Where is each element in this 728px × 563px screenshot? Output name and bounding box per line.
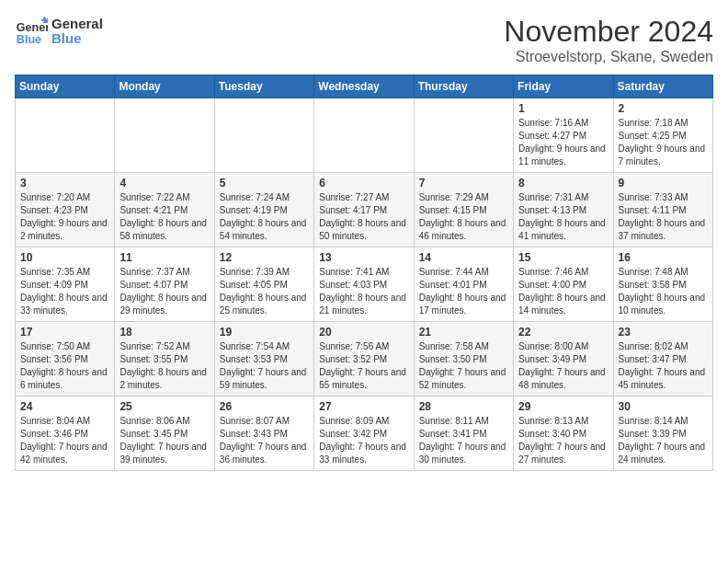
calendar-cell: 12Sunrise: 7:39 AM Sunset: 4:05 PM Dayli… [214,247,313,322]
day-info: Sunrise: 7:44 AM Sunset: 4:01 PM Dayligh… [419,266,508,317]
calendar-cell: 24Sunrise: 8:04 AM Sunset: 3:46 PM Dayli… [16,396,115,471]
calendar-cell: 14Sunrise: 7:44 AM Sunset: 4:01 PM Dayli… [414,247,513,322]
calendar-cell [414,98,513,173]
calendar-cell: 7Sunrise: 7:29 AM Sunset: 4:15 PM Daylig… [414,173,513,247]
day-number: 19 [220,326,309,339]
day-number: 21 [419,326,508,339]
day-header-sunday: Sunday [16,75,115,98]
day-header-saturday: Saturday [613,75,712,98]
day-info: Sunrise: 7:18 AM Sunset: 4:25 PM Dayligh… [619,117,708,168]
logo-icon: General Blue [15,15,48,48]
calendar-cell: 17Sunrise: 7:50 AM Sunset: 3:56 PM Dayli… [16,322,115,396]
day-number: 11 [119,251,209,264]
calendar-table: SundayMondayTuesdayWednesdayThursdayFrid… [15,75,713,471]
calendar-cell: 8Sunrise: 7:31 AM Sunset: 4:13 PM Daylig… [514,173,613,247]
calendar-cell: 18Sunrise: 7:52 AM Sunset: 3:55 PM Dayli… [115,322,214,396]
location: Stroevelstorp, Skane, Sweden [504,49,713,65]
calendar-cell: 5Sunrise: 7:24 AM Sunset: 4:19 PM Daylig… [214,173,313,247]
calendar-week-1: 1Sunrise: 7:16 AM Sunset: 4:27 PM Daylig… [16,98,713,173]
day-number: 5 [220,177,309,190]
calendar-cell: 1Sunrise: 7:16 AM Sunset: 4:27 PM Daylig… [514,98,613,173]
calendar-cell: 28Sunrise: 8:11 AM Sunset: 3:41 PM Dayli… [414,396,513,471]
day-info: Sunrise: 8:14 AM Sunset: 3:39 PM Dayligh… [619,415,708,466]
calendar-cell: 6Sunrise: 7:27 AM Sunset: 4:17 PM Daylig… [314,173,414,247]
calendar-cell: 11Sunrise: 7:37 AM Sunset: 4:07 PM Dayli… [115,247,214,322]
day-number: 26 [220,400,309,413]
day-info: Sunrise: 7:41 AM Sunset: 4:03 PM Dayligh… [319,266,408,317]
calendar-week-3: 10Sunrise: 7:35 AM Sunset: 4:09 PM Dayli… [16,247,713,322]
day-info: Sunrise: 8:04 AM Sunset: 3:46 PM Dayligh… [20,415,109,466]
calendar-cell [16,98,115,173]
logo: General Blue General Blue [15,15,103,48]
day-info: Sunrise: 7:16 AM Sunset: 4:27 PM Dayligh… [518,117,608,168]
svg-text:Blue: Blue [17,33,41,46]
day-info: Sunrise: 8:07 AM Sunset: 3:43 PM Dayligh… [220,415,309,466]
day-info: Sunrise: 7:46 AM Sunset: 4:00 PM Dayligh… [518,266,608,317]
page-header: General Blue General Blue November 2024 … [15,15,713,65]
calendar-cell: 21Sunrise: 7:58 AM Sunset: 3:50 PM Dayli… [414,322,513,396]
calendar-cell [314,98,414,173]
day-number: 14 [419,251,508,264]
day-info: Sunrise: 7:56 AM Sunset: 3:52 PM Dayligh… [319,340,408,392]
calendar-cell: 2Sunrise: 7:18 AM Sunset: 4:25 PM Daylig… [613,98,712,173]
day-number: 12 [220,251,309,264]
calendar-cell [115,98,214,173]
day-number: 3 [20,177,109,190]
day-number: 10 [20,251,109,264]
day-header-wednesday: Wednesday [314,75,414,98]
day-info: Sunrise: 8:00 AM Sunset: 3:49 PM Dayligh… [518,340,608,392]
day-header-thursday: Thursday [414,75,513,98]
calendar-cell [214,98,313,173]
day-number: 7 [419,177,508,190]
day-number: 27 [319,400,408,413]
day-number: 9 [619,177,708,190]
day-number: 6 [319,177,408,190]
day-info: Sunrise: 7:39 AM Sunset: 4:05 PM Dayligh… [220,266,309,317]
day-header-friday: Friday [514,75,613,98]
day-number: 30 [619,400,708,413]
day-info: Sunrise: 8:02 AM Sunset: 3:47 PM Dayligh… [619,340,708,392]
day-info: Sunrise: 8:06 AM Sunset: 3:45 PM Dayligh… [119,415,209,466]
logo-line1: General [51,17,103,32]
day-info: Sunrise: 7:48 AM Sunset: 3:58 PM Dayligh… [619,266,708,317]
day-header-tuesday: Tuesday [214,75,313,98]
day-info: Sunrise: 7:50 AM Sunset: 3:56 PM Dayligh… [20,340,109,392]
calendar-header-row: SundayMondayTuesdayWednesdayThursdayFrid… [16,75,713,98]
calendar-cell: 13Sunrise: 7:41 AM Sunset: 4:03 PM Dayli… [314,247,414,322]
calendar-cell: 19Sunrise: 7:54 AM Sunset: 3:53 PM Dayli… [214,322,313,396]
day-number: 13 [319,251,408,264]
day-info: Sunrise: 7:29 AM Sunset: 4:15 PM Dayligh… [419,191,508,243]
day-number: 1 [518,102,608,115]
day-number: 17 [20,326,109,339]
day-info: Sunrise: 7:35 AM Sunset: 4:09 PM Dayligh… [20,266,109,317]
calendar-cell: 25Sunrise: 8:06 AM Sunset: 3:45 PM Dayli… [115,396,214,471]
calendar-cell: 30Sunrise: 8:14 AM Sunset: 3:39 PM Dayli… [613,396,712,471]
calendar-cell: 16Sunrise: 7:48 AM Sunset: 3:58 PM Dayli… [613,247,712,322]
day-info: Sunrise: 7:27 AM Sunset: 4:17 PM Dayligh… [319,191,408,243]
day-number: 16 [619,251,708,264]
day-info: Sunrise: 7:58 AM Sunset: 3:50 PM Dayligh… [419,340,508,392]
day-info: Sunrise: 7:37 AM Sunset: 4:07 PM Dayligh… [119,266,209,317]
day-info: Sunrise: 7:31 AM Sunset: 4:13 PM Dayligh… [518,191,608,243]
calendar-body: 1Sunrise: 7:16 AM Sunset: 4:27 PM Daylig… [16,98,713,471]
day-info: Sunrise: 7:33 AM Sunset: 4:11 PM Dayligh… [619,191,708,243]
day-number: 25 [119,400,209,413]
calendar-cell: 26Sunrise: 8:07 AM Sunset: 3:43 PM Dayli… [214,396,313,471]
day-info: Sunrise: 8:09 AM Sunset: 3:42 PM Dayligh… [319,415,408,466]
day-number: 29 [518,400,608,413]
calendar-cell: 9Sunrise: 7:33 AM Sunset: 4:11 PM Daylig… [613,173,712,247]
calendar-cell: 27Sunrise: 8:09 AM Sunset: 3:42 PM Dayli… [314,396,414,471]
day-number: 8 [518,177,608,190]
day-header-monday: Monday [115,75,214,98]
day-info: Sunrise: 7:52 AM Sunset: 3:55 PM Dayligh… [119,340,209,392]
calendar-cell: 10Sunrise: 7:35 AM Sunset: 4:09 PM Dayli… [16,247,115,322]
day-info: Sunrise: 8:11 AM Sunset: 3:41 PM Dayligh… [419,415,508,466]
day-number: 23 [619,326,708,339]
day-info: Sunrise: 7:54 AM Sunset: 3:53 PM Dayligh… [220,340,309,392]
logo-line2: Blue [51,31,103,47]
calendar-cell: 22Sunrise: 8:00 AM Sunset: 3:49 PM Dayli… [514,322,613,396]
calendar-week-4: 17Sunrise: 7:50 AM Sunset: 3:56 PM Dayli… [16,322,713,396]
day-info: Sunrise: 7:20 AM Sunset: 4:23 PM Dayligh… [20,191,109,243]
day-info: Sunrise: 8:13 AM Sunset: 3:40 PM Dayligh… [518,415,608,466]
day-number: 2 [619,102,708,115]
